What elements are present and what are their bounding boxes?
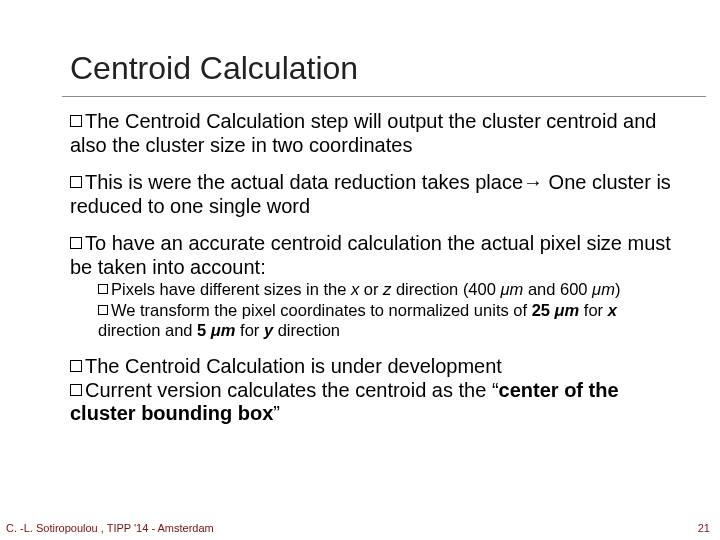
page-number: 21 xyxy=(698,522,710,534)
sub-bullet-1: Pixels have different sizes in the x or … xyxy=(98,280,680,300)
sub-bullet-text: transform the pixel coordinates to norma… xyxy=(98,301,617,339)
bullet-box-icon xyxy=(70,237,82,249)
bullet-box-icon xyxy=(98,305,108,315)
footer-text: C. -L. Sotiropoulou , TIPP '14 - Amsterd… xyxy=(6,522,214,534)
bullet-text: version calculates the centroid as the “… xyxy=(70,379,619,425)
bullet-lead: This xyxy=(85,171,123,193)
bullet-text: have an accurate centroid calculation th… xyxy=(70,232,671,278)
bullet-lead: To xyxy=(85,232,106,254)
bullet-box-icon xyxy=(70,115,82,127)
slide-title: Centroid Calculation xyxy=(70,50,700,90)
sub-bullet-2: We transform the pixel coordinates to no… xyxy=(98,301,680,341)
sub-bullet-lead: Pixels xyxy=(111,280,155,298)
bullet-box-icon xyxy=(70,176,82,188)
bullet-lead: Current xyxy=(85,379,152,401)
title-wrap: Centroid Calculation xyxy=(70,50,700,90)
sub-bullet-lead: We xyxy=(111,301,135,319)
slide-body: The Centroid Calculation step will outpu… xyxy=(70,110,680,426)
bullet-3: To have an accurate centroid calculation… xyxy=(70,232,680,341)
bullet-lead: The xyxy=(85,355,119,377)
title-underline xyxy=(62,96,706,97)
sub-bullet-text: have different sizes in the x or z direc… xyxy=(155,280,620,298)
bullet-text: Centroid Calculation step will output th… xyxy=(70,110,656,156)
bullet-box-icon xyxy=(70,360,82,372)
bullet-lead: The xyxy=(85,110,119,132)
bullet-4: The Centroid Calculation is under develo… xyxy=(70,355,680,379)
bullet-1: The Centroid Calculation step will outpu… xyxy=(70,110,680,157)
bullet-text: Centroid Calculation is under developmen… xyxy=(119,355,501,377)
bullet-box-icon xyxy=(98,284,108,294)
sub-list: Pixels have different sizes in the x or … xyxy=(98,280,680,341)
bullet-2: This is were the actual data reduction t… xyxy=(70,171,680,218)
bullet-box-icon xyxy=(70,384,82,396)
slide: Centroid Calculation The Centroid Calcul… xyxy=(0,0,720,540)
bullet-text: is were the actual data reduction takes … xyxy=(70,171,671,217)
bullet-5: Current version calculates the centroid … xyxy=(70,379,680,426)
